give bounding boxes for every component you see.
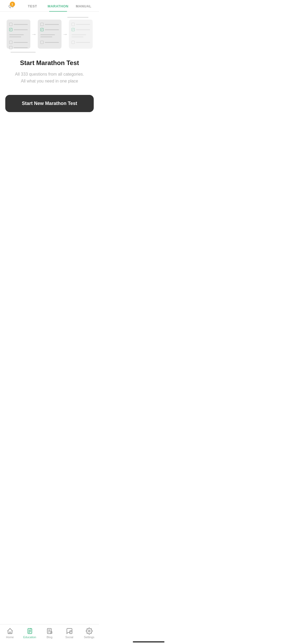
checklist-row-2: ✓ [9, 28, 28, 31]
tab-test[interactable]: TEST [20, 0, 45, 11]
line-2 [14, 29, 28, 30]
checkmark-icon-2: ✓ [41, 28, 43, 31]
checklist-card-3: ✓ [69, 20, 93, 49]
tab-manual[interactable]: MANUAL [71, 0, 96, 11]
checklist-row-1 [9, 23, 28, 26]
line-c3-1 [76, 24, 90, 25]
arrow-icon-1: → [31, 31, 37, 37]
line-c3-4 [72, 36, 83, 37]
line-c3-2 [76, 29, 90, 30]
tab-questions[interactable]: QS 1 [3, 0, 20, 11]
line-c2-2 [45, 29, 59, 30]
checklist-row-c2-2: ✓ [40, 28, 59, 31]
line-c2-1 [45, 24, 59, 25]
checkbox-c3-3 [72, 41, 75, 44]
line-5 [14, 42, 28, 43]
tab-test-label: TEST [28, 4, 37, 8]
line-c2-4 [40, 36, 52, 37]
checkbox-c2-1 [40, 23, 44, 26]
checklist-row-4 [9, 46, 28, 49]
scroll-indicator [11, 52, 36, 53]
checklist-row-c2-1 [40, 23, 59, 26]
tab-manual-label: MANUAL [76, 4, 91, 8]
tab-marathon-label: MARATHON [48, 4, 68, 8]
arrow-icon-2: → [63, 31, 68, 37]
page-subtitle: All 333 questions from all categories. A… [5, 71, 94, 84]
checkbox-c3-1 [72, 23, 75, 26]
checklist-row-3 [9, 41, 28, 44]
line-c3-5 [76, 42, 90, 43]
subtitle-line1: All 333 questions from all categories. [15, 72, 84, 76]
line-4 [9, 36, 21, 37]
line-c3-3 [72, 34, 86, 35]
progress-bar-top [67, 17, 88, 18]
questions-badge: 1 [10, 2, 15, 7]
line-6 [14, 47, 28, 48]
illustration: ✓ → [5, 12, 94, 54]
start-marathon-button[interactable]: Start New Marathon Test [5, 95, 94, 112]
checklist-row-c2-3 [40, 41, 59, 44]
subtitle-line2: All what you need in one place [21, 79, 78, 83]
top-tab-bar: QS 1 TEST MARATHON MANUAL [0, 0, 99, 12]
checkbox-3 [9, 41, 12, 44]
checklist-card-2: ✓ [38, 20, 62, 49]
checkmark-icon-3: ✓ [72, 28, 74, 31]
main-content: ✓ → [0, 12, 99, 112]
checkbox-2-checked: ✓ [9, 28, 12, 31]
checklist-card-1: ✓ [7, 20, 30, 49]
line-3 [9, 34, 24, 35]
checkbox-1 [9, 23, 12, 26]
checkbox-4 [9, 46, 12, 49]
line-1 [14, 24, 28, 25]
page-title: Start Marathon Test [5, 59, 94, 67]
checklist-row-c3-3 [72, 41, 90, 44]
checkmark-icon: ✓ [10, 28, 12, 31]
tab-marathon[interactable]: MARATHON [45, 0, 71, 11]
checkbox-c3-2-checked: ✓ [72, 28, 75, 31]
checklist-row-c3-2: ✓ [72, 28, 90, 31]
checkbox-c2-2-checked: ✓ [40, 28, 44, 31]
line-c2-5 [45, 42, 59, 43]
line-c2-3 [40, 34, 55, 35]
checklist-row-c3-1 [72, 23, 90, 26]
checkbox-c2-3 [40, 41, 44, 44]
